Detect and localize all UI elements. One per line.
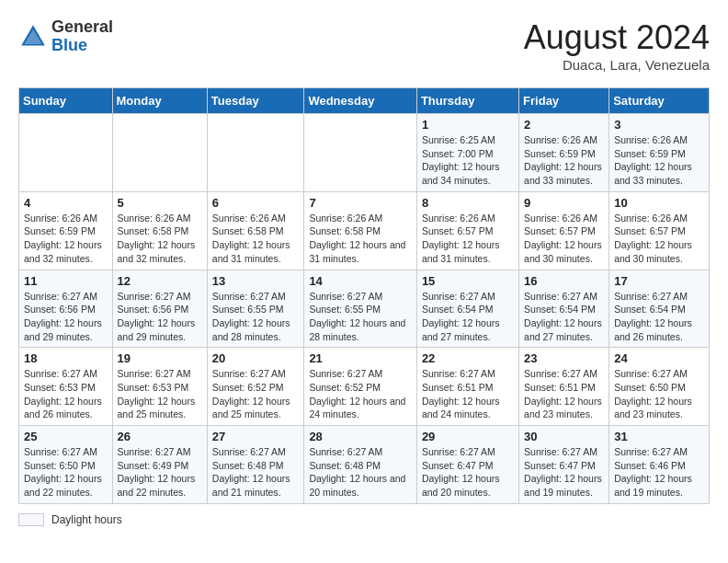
- day-number: 1: [422, 118, 514, 132]
- legend: Daylight hours: [18, 513, 710, 526]
- day-number: 29: [422, 430, 514, 443]
- day-detail: Sunrise: 6:27 AM Sunset: 6:56 PM Dayligh…: [118, 290, 202, 344]
- day-detail: Sunrise: 6:26 AM Sunset: 6:59 PM Dayligh…: [524, 133, 604, 188]
- day-number: 9: [524, 196, 604, 210]
- calendar-cell: 14Sunrise: 6:27 AM Sunset: 6:55 PM Dayli…: [304, 270, 417, 348]
- day-detail: Sunrise: 6:26 AM Sunset: 6:58 PM Dayligh…: [309, 212, 412, 266]
- page-header: General Blue August 2024 Duaca, Lara, Ve…: [18, 18, 710, 73]
- day-detail: Sunrise: 6:27 AM Sunset: 6:48 PM Dayligh…: [309, 445, 412, 500]
- day-detail: Sunrise: 6:27 AM Sunset: 6:54 PM Dayligh…: [524, 290, 604, 344]
- day-number: 7: [309, 196, 412, 210]
- calendar-cell: [112, 114, 207, 192]
- logo-icon: [18, 22, 48, 52]
- weekday-header-tuesday: Tuesday: [207, 88, 304, 114]
- day-number: 3: [614, 118, 704, 132]
- day-detail: Sunrise: 6:27 AM Sunset: 6:53 PM Dayligh…: [118, 367, 202, 421]
- location-subtitle: Duaca, Lara, Venezuela: [524, 57, 710, 73]
- logo-general-text: General: [51, 18, 113, 37]
- day-detail: Sunrise: 6:27 AM Sunset: 6:50 PM Dayligh…: [24, 445, 108, 500]
- day-detail: Sunrise: 6:27 AM Sunset: 6:47 PM Dayligh…: [524, 445, 604, 500]
- calendar-cell: 15Sunrise: 6:27 AM Sunset: 6:54 PM Dayli…: [416, 270, 518, 348]
- day-number: 5: [118, 196, 202, 210]
- calendar-table: SundayMondayTuesdayWednesdayThursdayFrid…: [18, 87, 710, 504]
- calendar-cell: 7Sunrise: 6:26 AM Sunset: 6:58 PM Daylig…: [304, 191, 417, 270]
- weekday-header-sunday: Sunday: [19, 88, 113, 114]
- day-detail: Sunrise: 6:27 AM Sunset: 6:54 PM Dayligh…: [614, 290, 704, 344]
- weekday-header-saturday: Saturday: [609, 88, 710, 114]
- calendar-cell: [304, 114, 417, 192]
- calendar-cell: 25Sunrise: 6:27 AM Sunset: 6:50 PM Dayli…: [19, 426, 113, 504]
- day-detail: Sunrise: 6:27 AM Sunset: 6:46 PM Dayligh…: [614, 445, 704, 500]
- calendar-cell: 13Sunrise: 6:27 AM Sunset: 6:55 PM Dayli…: [207, 270, 304, 348]
- day-number: 14: [309, 274, 412, 288]
- day-number: 19: [118, 351, 202, 365]
- day-number: 22: [422, 351, 514, 365]
- calendar-cell: 17Sunrise: 6:27 AM Sunset: 6:54 PM Dayli…: [609, 270, 710, 348]
- weekday-header-thursday: Thursday: [416, 88, 518, 114]
- calendar-week-row: 11Sunrise: 6:27 AM Sunset: 6:56 PM Dayli…: [19, 270, 710, 348]
- day-detail: Sunrise: 6:27 AM Sunset: 6:48 PM Dayligh…: [212, 445, 300, 500]
- calendar-cell: 16Sunrise: 6:27 AM Sunset: 6:54 PM Dayli…: [519, 270, 609, 348]
- day-number: 10: [614, 196, 704, 210]
- day-detail: Sunrise: 6:27 AM Sunset: 6:49 PM Dayligh…: [118, 445, 202, 500]
- day-detail: Sunrise: 6:26 AM Sunset: 6:57 PM Dayligh…: [422, 212, 514, 266]
- day-number: 6: [212, 196, 300, 210]
- calendar-cell: 27Sunrise: 6:27 AM Sunset: 6:48 PM Dayli…: [207, 426, 304, 504]
- calendar-cell: 5Sunrise: 6:26 AM Sunset: 6:58 PM Daylig…: [112, 191, 207, 270]
- calendar-week-row: 18Sunrise: 6:27 AM Sunset: 6:53 PM Dayli…: [19, 348, 710, 426]
- day-detail: Sunrise: 6:27 AM Sunset: 6:52 PM Dayligh…: [212, 367, 300, 421]
- day-number: 17: [614, 274, 704, 288]
- logo-blue-text: Blue: [51, 37, 113, 55]
- calendar-cell: 21Sunrise: 6:27 AM Sunset: 6:52 PM Dayli…: [304, 348, 417, 426]
- day-detail: Sunrise: 6:27 AM Sunset: 6:55 PM Dayligh…: [309, 290, 412, 344]
- day-detail: Sunrise: 6:27 AM Sunset: 6:53 PM Dayligh…: [24, 367, 108, 421]
- calendar-week-row: 25Sunrise: 6:27 AM Sunset: 6:50 PM Dayli…: [19, 426, 710, 504]
- day-number: 25: [24, 430, 108, 443]
- weekday-header-row: SundayMondayTuesdayWednesdayThursdayFrid…: [19, 88, 710, 114]
- day-detail: Sunrise: 6:26 AM Sunset: 6:59 PM Dayligh…: [24, 212, 108, 266]
- day-number: 8: [422, 196, 514, 210]
- calendar-cell: 18Sunrise: 6:27 AM Sunset: 6:53 PM Dayli…: [19, 348, 113, 426]
- calendar-cell: 26Sunrise: 6:27 AM Sunset: 6:49 PM Dayli…: [112, 426, 207, 504]
- day-detail: Sunrise: 6:26 AM Sunset: 6:58 PM Dayligh…: [118, 212, 202, 266]
- day-detail: Sunrise: 6:26 AM Sunset: 6:58 PM Dayligh…: [212, 212, 300, 266]
- day-number: 23: [524, 351, 604, 365]
- day-number: 16: [524, 274, 604, 288]
- day-number: 26: [118, 430, 202, 443]
- calendar-cell: 3Sunrise: 6:26 AM Sunset: 6:59 PM Daylig…: [609, 114, 710, 192]
- day-number: 15: [422, 274, 514, 288]
- calendar-cell: 12Sunrise: 6:27 AM Sunset: 6:56 PM Dayli…: [112, 270, 207, 348]
- calendar-cell: 9Sunrise: 6:26 AM Sunset: 6:57 PM Daylig…: [519, 191, 609, 270]
- logo: General Blue: [18, 18, 113, 55]
- day-detail: Sunrise: 6:27 AM Sunset: 6:50 PM Dayligh…: [614, 367, 704, 421]
- title-block: August 2024 Duaca, Lara, Venezuela: [524, 18, 710, 73]
- day-detail: Sunrise: 6:26 AM Sunset: 6:59 PM Dayligh…: [614, 133, 704, 188]
- day-detail: Sunrise: 6:27 AM Sunset: 6:51 PM Dayligh…: [524, 367, 604, 421]
- legend-label: Daylight hours: [51, 513, 122, 526]
- month-year-title: August 2024: [524, 18, 710, 57]
- day-detail: Sunrise: 6:27 AM Sunset: 6:56 PM Dayligh…: [24, 290, 108, 344]
- calendar-cell: 8Sunrise: 6:26 AM Sunset: 6:57 PM Daylig…: [416, 191, 518, 270]
- weekday-header-wednesday: Wednesday: [304, 88, 417, 114]
- calendar-cell: 4Sunrise: 6:26 AM Sunset: 6:59 PM Daylig…: [19, 191, 113, 270]
- day-number: 12: [118, 274, 202, 288]
- calendar-week-row: 1Sunrise: 6:25 AM Sunset: 7:00 PM Daylig…: [19, 114, 710, 192]
- day-number: 2: [524, 118, 604, 132]
- calendar-cell: 6Sunrise: 6:26 AM Sunset: 6:58 PM Daylig…: [207, 191, 304, 270]
- day-number: 21: [309, 351, 412, 365]
- day-number: 30: [524, 430, 604, 443]
- day-number: 31: [614, 430, 704, 443]
- calendar-cell: 23Sunrise: 6:27 AM Sunset: 6:51 PM Dayli…: [519, 348, 609, 426]
- calendar-cell: 19Sunrise: 6:27 AM Sunset: 6:53 PM Dayli…: [112, 348, 207, 426]
- day-detail: Sunrise: 6:27 AM Sunset: 6:47 PM Dayligh…: [422, 445, 514, 500]
- weekday-header-monday: Monday: [112, 88, 207, 114]
- calendar-cell: 1Sunrise: 6:25 AM Sunset: 7:00 PM Daylig…: [416, 114, 518, 192]
- calendar-cell: 24Sunrise: 6:27 AM Sunset: 6:50 PM Dayli…: [609, 348, 710, 426]
- calendar-cell: 28Sunrise: 6:27 AM Sunset: 6:48 PM Dayli…: [304, 426, 417, 504]
- calendar-cell: 31Sunrise: 6:27 AM Sunset: 6:46 PM Dayli…: [609, 426, 710, 504]
- day-detail: Sunrise: 6:26 AM Sunset: 6:57 PM Dayligh…: [524, 212, 604, 266]
- day-detail: Sunrise: 6:26 AM Sunset: 6:57 PM Dayligh…: [614, 212, 704, 266]
- day-detail: Sunrise: 6:27 AM Sunset: 6:54 PM Dayligh…: [422, 290, 514, 344]
- calendar-cell: 22Sunrise: 6:27 AM Sunset: 6:51 PM Dayli…: [416, 348, 518, 426]
- day-detail: Sunrise: 6:27 AM Sunset: 6:55 PM Dayligh…: [212, 290, 300, 344]
